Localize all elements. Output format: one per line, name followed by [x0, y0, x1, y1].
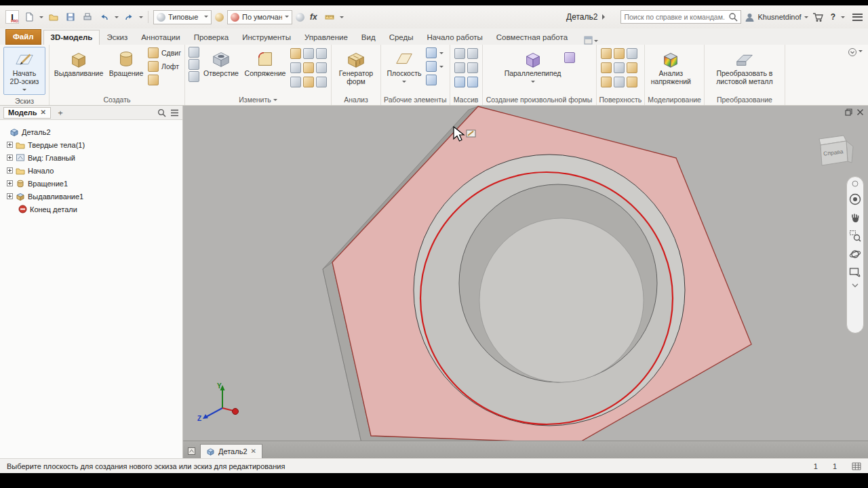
- browser-menu-icon[interactable]: [170, 109, 179, 117]
- model-scene[interactable]: [183, 106, 868, 441]
- panel-label-freeform[interactable]: Создание произвольной формы: [483, 94, 596, 105]
- save-button[interactable]: [64, 9, 77, 24]
- tree-item-extrusion1[interactable]: Выдавливание1: [0, 190, 182, 203]
- undo-caret[interactable]: [115, 16, 119, 20]
- work-axis-button[interactable]: [426, 47, 443, 59]
- ucs-button[interactable]: [426, 74, 443, 86]
- freeform-box-button[interactable]: Параллелепипед: [504, 47, 562, 87]
- thicken-offset-icon[interactable]: [290, 62, 301, 73]
- expand-icon[interactable]: [7, 142, 13, 148]
- browser-tab-close-icon[interactable]: ✕: [41, 109, 46, 116]
- tab-strip-home-icon[interactable]: [187, 447, 196, 455]
- panel-label-surface[interactable]: Поверхность: [597, 94, 645, 105]
- browser-add-tab-button[interactable]: ＋: [54, 107, 66, 119]
- panel-label-simulation[interactable]: Моделирование: [645, 94, 704, 105]
- expand-icon[interactable]: [7, 167, 13, 174]
- tab-tools[interactable]: Инструменты: [235, 30, 298, 45]
- zoom-window-icon[interactable]: [849, 230, 861, 242]
- help-search-input[interactable]: [624, 13, 728, 21]
- print-button[interactable]: [81, 9, 94, 24]
- mirror-icon[interactable]: [454, 62, 465, 73]
- stitch-icon[interactable]: [601, 48, 612, 59]
- tab-annotations[interactable]: Аннотации: [134, 30, 186, 45]
- rectangular-pattern-icon[interactable]: [454, 48, 465, 59]
- tab-manage[interactable]: Управление: [298, 30, 355, 45]
- new-document-button[interactable]: [22, 9, 36, 24]
- panel-label-convert[interactable]: Преобразование: [705, 94, 785, 105]
- circular-pattern-icon[interactable]: [467, 48, 478, 59]
- browser-search-icon[interactable]: [157, 108, 166, 117]
- panel-label-modify[interactable]: Изменить: [185, 94, 331, 105]
- browser-tab-model[interactable]: Модель ✕: [3, 107, 51, 119]
- tab-view[interactable]: Вид: [355, 30, 382, 45]
- hole-button[interactable]: Отверстие: [201, 47, 241, 80]
- tab-environments[interactable]: Среды: [382, 30, 420, 45]
- revolve-button[interactable]: Вращение: [106, 47, 146, 80]
- offset-surface-icon[interactable]: [601, 77, 612, 87]
- ribbon-display-options[interactable]: [584, 36, 598, 45]
- graphics-viewport[interactable]: Справа Y Z: [183, 106, 868, 458]
- draft-icon[interactable]: [189, 71, 199, 82]
- undo-button[interactable]: [98, 9, 111, 24]
- pattern-extra2-icon[interactable]: [467, 77, 478, 87]
- freeform-box-caret[interactable]: [531, 81, 535, 85]
- document-tab[interactable]: Деталь2 ✕: [200, 444, 262, 458]
- freeform-convert-icon[interactable]: [564, 52, 575, 63]
- panel-label-work-features[interactable]: Рабочие элементы: [381, 94, 450, 105]
- sculpt-icon[interactable]: [614, 62, 625, 73]
- navbar-expand-icon[interactable]: [852, 180, 859, 187]
- replace-face-icon[interactable]: [614, 77, 625, 87]
- shell-icon[interactable]: [189, 59, 199, 70]
- measure-button[interactable]: [323, 9, 336, 24]
- stress-analysis-button[interactable]: Анализ напряжений: [648, 47, 693, 88]
- shape-generator-button[interactable]: Генератор форм: [335, 47, 377, 88]
- open-button[interactable]: [47, 9, 60, 24]
- expand-icon[interactable]: [7, 155, 13, 161]
- surface-delete-face-icon[interactable]: [627, 77, 637, 87]
- search-expander-caret[interactable]: [602, 14, 608, 20]
- tree-item-end-of-part[interactable]: Конец детали: [0, 203, 182, 216]
- help-caret[interactable]: [841, 16, 845, 20]
- expand-icon[interactable]: [7, 180, 13, 186]
- patch-icon[interactable]: [614, 48, 625, 59]
- help-button[interactable]: ?: [829, 12, 837, 22]
- appearance-sphere-icon[interactable]: [215, 13, 224, 22]
- tab-sketch[interactable]: Эскиз: [100, 30, 134, 45]
- menu-hamburger-icon[interactable]: [852, 14, 863, 21]
- split-icon[interactable]: [303, 48, 314, 59]
- tab-3d-model[interactable]: 3D-модель: [43, 30, 100, 45]
- loft-button[interactable]: Лофт: [148, 60, 181, 73]
- close-window-icon[interactable]: [856, 108, 864, 116]
- material-combo[interactable]: Типовые: [153, 10, 212, 24]
- document-tab-close-icon[interactable]: ✕: [251, 448, 256, 455]
- convert-sheet-metal-button[interactable]: Преобразовать в листовой металл: [708, 47, 781, 88]
- thread-icon[interactable]: [290, 48, 301, 59]
- status-grid-icon[interactable]: [852, 462, 861, 470]
- start-2d-sketch-caret[interactable]: [22, 89, 26, 93]
- copy-object-icon[interactable]: [316, 62, 327, 73]
- adjust-appearance-icon[interactable]: [296, 13, 304, 22]
- redo-caret[interactable]: [139, 16, 143, 20]
- tree-item-view-main[interactable]: Вид: Главный: [0, 151, 182, 164]
- panel-label-create[interactable]: Создать: [50, 94, 184, 105]
- ribbon-collapse-control[interactable]: [842, 45, 868, 105]
- tab-collaborate[interactable]: Совместная работа: [490, 30, 574, 45]
- start-2d-sketch-button[interactable]: Начать 2D-эскиз: [3, 47, 45, 95]
- tab-get-started[interactable]: Начало работы: [420, 30, 489, 45]
- panel-label-explore[interactable]: Анализ: [332, 94, 380, 105]
- restore-window-icon[interactable]: [845, 108, 852, 116]
- viewcube[interactable]: Справа: [815, 131, 859, 172]
- tree-item-part[interactable]: Деталь2: [0, 125, 182, 138]
- user-account[interactable]: Khusnetdinof: [745, 12, 808, 22]
- extrude-button[interactable]: Выдавливание: [53, 47, 104, 80]
- bore-bottom-face[interactable]: [479, 218, 644, 382]
- move-face-icon[interactable]: [290, 77, 301, 87]
- app-store-button[interactable]: [812, 9, 825, 24]
- work-plane-caret[interactable]: [402, 81, 406, 85]
- panel-label-sketch[interactable]: Эскиз: [0, 97, 49, 106]
- qat-customize-caret[interactable]: [340, 16, 344, 20]
- appearance-combo[interactable]: По умолчанию: [227, 10, 292, 24]
- tree-item-solid-bodies[interactable]: Твердые тела(1): [0, 138, 182, 151]
- ruled-surface-icon[interactable]: [627, 62, 637, 73]
- trim-icon[interactable]: [627, 48, 637, 59]
